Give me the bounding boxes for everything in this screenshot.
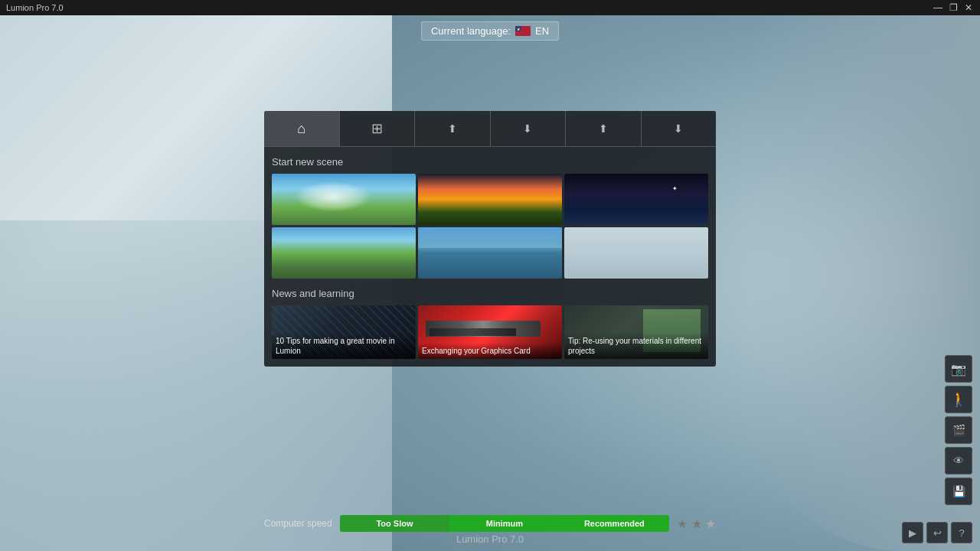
grid-icon: ⊞ (371, 120, 383, 137)
bottom-controls: ▶ ↩ ? (902, 522, 972, 543)
app-label: Lumion Pro 7.0 (0, 533, 980, 545)
scene-overcast-thumb[interactable] (564, 227, 708, 279)
save-up-icon: ⬆ (599, 122, 608, 135)
scene-day-thumb[interactable] (272, 174, 416, 225)
language-indicator[interactable]: Current language: EN (421, 21, 559, 41)
save-icon-btn[interactable]: 💾 (945, 478, 972, 505)
camera-icon-btn[interactable]: 📷 (945, 355, 972, 383)
speed-too-slow: Too Slow (340, 515, 449, 532)
nav-download-button[interactable]: ⬇ (491, 111, 567, 146)
close-button[interactable]: ✕ (963, 2, 974, 13)
titlebar: Lumion Pro 7.0 — ❐ ✕ (0, 0, 980, 15)
view-icon-btn[interactable]: 👁 (945, 447, 972, 474)
play-icon: ▶ (909, 527, 916, 539)
nav-toolbar: ⌂ ⊞ ⬆ ⬇ ⬆ ⬇ (264, 111, 716, 147)
language-label: Current language: (431, 25, 511, 37)
scene-grid (272, 174, 708, 279)
main-panel: ⌂ ⊞ ⬆ ⬇ ⬆ ⬇ Start new scene News (264, 111, 716, 367)
save-icon: 💾 (952, 485, 965, 497)
news-header: News and learning (272, 286, 708, 301)
speed-bar-row: Computer speed Too Slow Minimum Recommen… (264, 515, 716, 532)
star-2: ★ (691, 517, 702, 530)
news-materials-thumb[interactable]: Tip: Re-using your materials in differen… (564, 305, 708, 359)
scene-night-thumb[interactable] (564, 174, 708, 225)
help-button[interactable]: ? (951, 522, 972, 543)
walk-icon-btn[interactable]: 🚶 (945, 386, 972, 413)
language-code: EN (535, 25, 549, 37)
help-icon: ? (959, 527, 964, 539)
news-gpu-label: Exchanging your Graphics Card (418, 343, 562, 359)
back-button[interactable]: ↩ (926, 522, 948, 543)
nav-upload-button[interactable]: ⬆ (415, 111, 491, 146)
scene-valley-thumb[interactable] (272, 227, 416, 279)
download-icon: ⬇ (523, 122, 532, 135)
camera-icon: 📷 (951, 362, 966, 377)
titlebar-title: Lumion Pro 7.0 (6, 3, 64, 12)
nav-save-down-button[interactable]: ⬇ (642, 111, 717, 146)
content-area: Start new scene News and learning 10 Tip… (264, 147, 716, 367)
nav-grid-button[interactable]: ⊞ (340, 111, 416, 146)
play-button[interactable]: ▶ (902, 522, 923, 543)
news-grid: 10 Tips for making a great movie in Lumi… (272, 305, 708, 359)
language-bar: Current language: EN (0, 15, 980, 47)
scene-lake-thumb[interactable] (418, 227, 562, 279)
speed-stars: ★ ★ ★ (677, 517, 716, 531)
walk-icon: 🚶 (950, 391, 967, 408)
nav-home-button[interactable]: ⌂ (264, 111, 340, 146)
speed-minimum: Minimum (449, 515, 559, 532)
star-1: ★ (677, 517, 688, 530)
film-icon: 🎬 (952, 424, 965, 436)
save-down-icon: ⬇ (674, 122, 683, 135)
news-gpu-thumb[interactable]: Exchanging your Graphics Card (418, 305, 562, 359)
scene-sunset-thumb[interactable] (418, 174, 562, 225)
home-icon: ⌂ (297, 121, 305, 137)
new-scene-header: Start new scene (272, 155, 708, 169)
speed-recommended: Recommended (560, 515, 669, 532)
news-movie-label: 10 Tips for making a great movie in Lumi… (272, 333, 416, 359)
nav-save-up-button[interactable]: ⬆ (566, 111, 642, 146)
flag-icon (515, 26, 531, 36)
upload-icon: ⬆ (448, 122, 457, 135)
film-icon-btn[interactable]: 🎬 (945, 416, 972, 444)
view-icon: 👁 (953, 455, 964, 467)
speed-label: Computer speed (264, 518, 332, 529)
window-controls: — ❐ ✕ (933, 2, 974, 13)
maximize-button[interactable]: ❐ (948, 2, 959, 13)
speed-bar: Too Slow Minimum Recommended (340, 515, 669, 532)
right-sidebar: 📷 🚶 🎬 👁 💾 (945, 355, 972, 505)
back-icon: ↩ (933, 527, 942, 539)
star-3: ★ (705, 517, 716, 530)
news-movie-thumb[interactable]: 10 Tips for making a great movie in Lumi… (272, 305, 416, 359)
news-materials-label: Tip: Re-using your materials in differen… (564, 333, 708, 359)
minimize-button[interactable]: — (933, 2, 943, 13)
